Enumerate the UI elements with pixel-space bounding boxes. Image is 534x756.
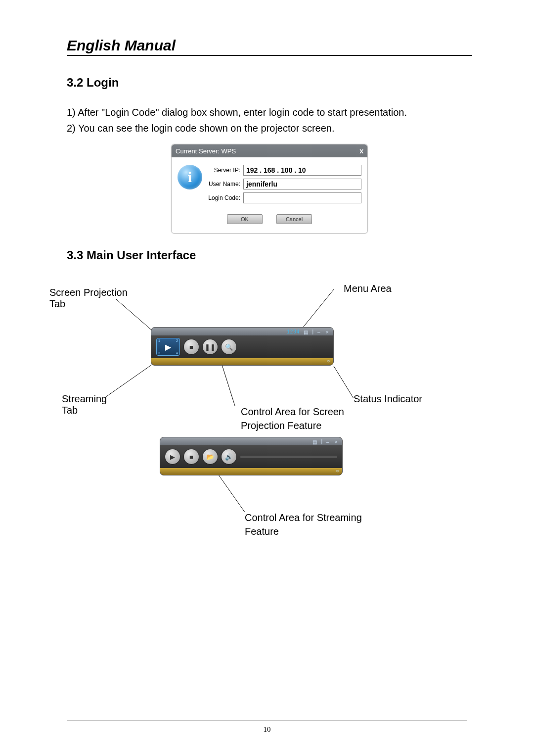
dialog-titlebar: Current Server: WPS x — [172, 144, 367, 157]
stop-button[interactable]: ■ — [184, 449, 199, 464]
divider: | — [321, 439, 322, 444]
svg-line-3 — [220, 359, 235, 406]
menu-icon[interactable]: ▤ — [312, 439, 317, 444]
wifi-icon: ⌔ — [336, 469, 339, 474]
section-main-ui-heading: 3.3 Main User Interface — [67, 248, 472, 262]
quadrant-3: 3 — [158, 351, 160, 355]
user-name-label: User Name: — [206, 181, 243, 188]
stop-icon: ■ — [189, 453, 193, 461]
cancel-button[interactable]: Cancel — [276, 214, 312, 224]
video-streaming-tab[interactable]: ▦ VIDEO — [151, 349, 151, 364]
video-streaming-tab[interactable]: ▦ VIDEO — [160, 459, 160, 474]
menu-icon[interactable]: ▤ — [304, 330, 308, 334]
callout-status-indicator: Status Indicator — [354, 393, 443, 405]
screen-projection-tab[interactable]: ◆ — [160, 441, 160, 456]
volume-button[interactable]: 🔊 — [222, 449, 236, 464]
main-ui-diagram: Screen Projection Tab Menu Area Streamin… — [67, 272, 472, 559]
dialog-title-text: Current Server: WPS — [176, 147, 236, 155]
login-step-1: 1) After "Login Code" dialog box shown, … — [67, 104, 472, 120]
ok-button[interactable]: OK — [227, 214, 263, 224]
session-code: 1234 — [287, 329, 300, 334]
close-icon[interactable]: x — [359, 147, 363, 155]
login-code-label: Login Code: — [206, 194, 243, 201]
user-name-field[interactable] — [243, 179, 361, 189]
status-bar: ⌔ — [151, 358, 333, 365]
svg-line-5 — [215, 470, 245, 512]
quadrant-1: 1 — [158, 339, 160, 342]
callout-screen-projection-tab: Screen Projection Tab — [49, 287, 129, 310]
stop-icon: ■ — [189, 343, 193, 351]
callout-menu-area: Menu Area — [344, 283, 413, 294]
divider: | — [312, 329, 313, 334]
info-icon: i — [178, 165, 202, 189]
svg-line-4 — [334, 366, 354, 398]
callout-control-area-screen: Control Area for Screen Projection Featu… — [241, 405, 369, 432]
folder-icon: 📂 — [206, 453, 214, 461]
server-ip-label: Server IP: — [206, 167, 243, 174]
play-button[interactable]: ▶ — [165, 449, 180, 464]
page-number: 10 — [0, 725, 534, 734]
login-step-2: 2) You can see the login code shown on t… — [67, 120, 472, 136]
minimize-icon[interactable]: – — [326, 439, 331, 444]
volume-slider[interactable] — [240, 456, 337, 458]
close-icon[interactable]: × — [326, 330, 330, 334]
status-bar: ⌔ — [160, 468, 342, 475]
streaming-control-panel: ◆ ▦ VIDEO ▤ | – × ▶ ■ 📂 🔊 ⌔ — [160, 437, 343, 475]
quadrant-4: 4 — [176, 351, 178, 355]
login-code-field[interactable] — [243, 192, 361, 203]
quadrant-play-button[interactable]: 1 2 3 4 ▶ — [156, 338, 180, 356]
callout-streaming-tab: Streaming Tab — [62, 393, 121, 416]
server-ip-field[interactable] — [243, 165, 361, 176]
speaker-icon: 🔊 — [225, 453, 233, 461]
wifi-icon: ⌔ — [327, 359, 330, 365]
svg-line-1 — [302, 289, 334, 329]
screen-projection-tab[interactable]: ◆ — [151, 331, 151, 346]
minimize-icon[interactable]: – — [317, 330, 322, 334]
login-dialog: Current Server: WPS x i Server IP: User … — [171, 144, 368, 234]
pause-button[interactable]: ❚❚ — [203, 339, 218, 354]
projection-control-panel: ◆ ▦ VIDEO 1234 ▤ | – × 1 2 3 4 ▶ — [151, 327, 334, 366]
menu-area: 1234 ▤ | – × — [151, 328, 333, 335]
doc-title: English Manual — [67, 37, 472, 56]
open-file-button[interactable]: 📂 — [203, 449, 218, 464]
play-icon: ▶ — [170, 453, 175, 461]
zoom-button[interactable]: 🔍 — [222, 339, 236, 354]
callout-control-area-streaming: Control Area for Streaming Feature — [245, 511, 383, 538]
section-login-heading: 3.2 Login — [67, 76, 472, 90]
stop-button[interactable]: ■ — [184, 339, 199, 354]
footer-rule — [67, 720, 467, 720]
pause-icon: ❚❚ — [205, 343, 216, 351]
quadrant-2: 2 — [176, 339, 178, 342]
menu-area: ▤ | – × — [160, 437, 342, 445]
play-icon: ▶ — [165, 342, 171, 352]
magnifier-icon: 🔍 — [225, 343, 233, 351]
close-icon[interactable]: × — [335, 439, 339, 444]
